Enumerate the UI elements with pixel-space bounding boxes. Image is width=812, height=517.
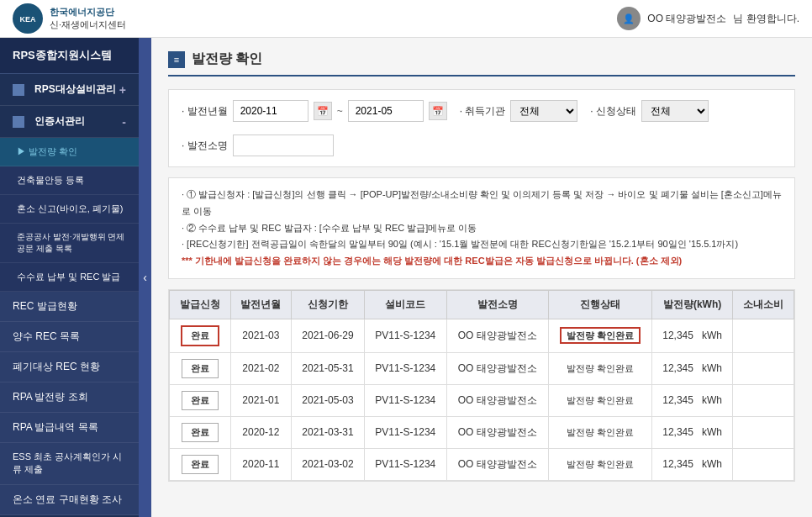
sidebar-item-rec-status[interactable]: REC 발급현황 [0,292,139,322]
cell-amount-0: 12,345 kWh [651,319,732,352]
col-header-apply: 발급신청 [170,290,231,319]
cell-apply-4[interactable]: 완료 [170,448,231,480]
apply-button-2[interactable]: 완료 [182,391,219,410]
cell-amount-1: 12,345 kWh [651,352,732,384]
sidebar-item-susu[interactable]: 수수료 납부 및 REC 발급 [0,263,139,292]
cell-deadline-4: 2021-03-02 [292,448,365,480]
sidebar-item-facility-reg[interactable]: 건축물안등 등록 [0,166,139,195]
cell-internal-3 [733,416,794,448]
calendar-from-btn[interactable]: 📅 [314,102,332,120]
cell-apply-0[interactable]: 완료 [170,319,231,352]
sidebar-label-waste: 폐기대상 REC 현황 [13,360,100,374]
table-row: 완료 2020-11 2021-03-02 PV11-S-1234 OO 태양광… [170,448,794,480]
cell-status-0: 발전량 확인완료 [548,319,651,352]
sidebar-item-ess[interactable]: ESS 최초 공사계획인가 시류 제출 [0,443,139,485]
user-label: OO 태양광발전소 [647,12,726,26]
gen-year-from-input[interactable] [233,100,308,122]
sidebar-item-joint[interactable]: 준공공사 발전·개발행위 면제 공문 제출 목록 [0,224,139,263]
col-header-gen-month: 발전년월 [230,290,292,319]
sidebar-item-report[interactable]: 혼소 신고(바이오, 폐기물) [0,195,139,224]
calendar-to-btn[interactable]: 📅 [429,102,447,120]
status-badge-1: 발전량 확인완료 [567,363,634,373]
notice-1: · ① 발급신청자 : [발급신청]의 선행 클릭 → [POP-UP]발전량/… [182,187,782,220]
plant-input[interactable] [233,135,334,156]
status-group: · 신청상태 전체 [590,100,709,122]
cell-plant-name-0: OO 태양광발전소 [446,319,548,352]
cell-amount-4: 12,345 kWh [651,448,732,480]
sidebar-label-cert: 인증서관리 [34,114,85,129]
cell-equip-code-0: PV11-S-1234 [364,319,446,352]
gen-year-label: · 발전년월 [182,104,228,119]
cell-status-4: 발전량 확인완료 [548,448,651,480]
plant-group: · 발전소명 [182,135,334,156]
cell-internal-0 [733,319,794,352]
cell-internal-1 [733,352,794,384]
cell-apply-3[interactable]: 완료 [170,416,231,448]
sidebar-item-rpa1[interactable]: RPA 발전량 조회 [0,382,139,413]
sidebar-item-cert[interactable]: 인증서관리 - [0,106,139,138]
col-header-amount: 발전량(kWh) [651,290,732,319]
content-area: ≡ 발전량 확인 · 발전년월 📅 ~ 📅 · 취득기관 전체 · 신청상태 [151,38,812,517]
page-title-bar: ≡ 발전량 확인 [168,50,795,76]
cell-deadline-3: 2021-03-31 [292,416,365,448]
cell-gen-month-1: 2021-02 [230,352,292,384]
sidebar-label-facility-reg: 건축물안등 등록 [17,174,84,187]
apply-button-3[interactable]: 완료 [182,423,219,442]
col-header-internal: 소내소비 [733,290,794,319]
sidebar-label-rpa2: RPA 발급내역 목록 [13,420,98,435]
acquire-group: · 취득기관 전체 [460,100,578,122]
cell-deadline-0: 2021-06-29 [292,319,365,352]
apply-button-0[interactable]: 완료 [181,325,219,346]
cell-apply-1[interactable]: 완료 [170,352,231,384]
sidebar: RPS종합지원시스템 RPS대상설비관리 + 인증서관리 - ▶ 발전량 확인 … [0,38,139,517]
col-header-equip-code: 설비코드 [364,290,446,319]
sidebar-label-rps: RPS대상설비관리 [34,82,116,97]
sidebar-label-ess: ESS 최초 공사계획인가 시류 제출 [13,451,126,477]
sidebar-item-rpa2[interactable]: RPA 발급내역 목록 [0,413,139,443]
notice-3: · [REC신청기한] 전력공급일이 속한달의 말일부터 90일 (예시 : '… [182,236,782,253]
data-table: 발급신청 발전년월 신청기한 설비코드 발전소명 진행상태 발전량(kWh) 소… [169,290,794,481]
gen-year-to-input[interactable] [348,100,424,122]
table-row: 완료 2020-12 2021-03-31 PV11-S-1234 OO 태양광… [170,416,794,448]
sidebar-item-gen-check[interactable]: ▶ 발전량 확인 [0,138,139,166]
cell-equip-code-3: PV11-S-1234 [364,416,446,448]
status-badge-4: 발전량 확인완료 [567,459,634,469]
sidebar-icon-cert [13,116,24,128]
col-header-plant-name: 발전소명 [446,290,548,319]
status-badge-0: 발전량 확인완료 [560,327,641,344]
svg-text:KEA: KEA [19,15,36,24]
main-layout: RPS종합지원시스템 RPS대상설비관리 + 인증서관리 - ▶ 발전량 확인 … [0,38,812,517]
apply-button-1[interactable]: 완료 [182,359,219,378]
logo-area: KEA 한국에너지공단 신·재생에너지센터 [13,3,126,34]
cell-gen-month-3: 2020-12 [230,416,292,448]
user-icon: 👤 [617,7,641,30]
expand-icon-cert: - [122,115,126,129]
page-title-icon: ≡ [168,51,185,68]
cell-internal-4 [733,448,794,480]
user-area: 👤 OO 태양광발전소 님 환영합니다. [617,7,799,30]
data-table-container: 발급신청 발전년월 신청기한 설비코드 발전소명 진행상태 발전량(kWh) 소… [168,289,795,482]
status-select[interactable]: 전체 [641,100,709,122]
sidebar-label-joint: 준공공사 발전·개발행위 면제 공문 제출 목록 [17,231,126,255]
expand-icon-rps: + [119,83,126,97]
col-header-status: 진행상태 [548,290,651,319]
welcome-text: 님 환영합니다. [733,12,799,26]
sidebar-item-rec-list[interactable]: 양수 REC 목록 [0,322,139,352]
status-label: · 신청상태 [590,104,636,119]
sidebar-label-rec-list: 양수 REC 목록 [13,330,80,344]
acquire-select[interactable]: 전체 [510,100,577,122]
sidebar-item-waste[interactable]: 폐기대상 REC 현황 [0,352,139,382]
acquire-label: · 취득기관 [460,104,506,119]
sidebar-item-consult[interactable]: 온소 연료 구매현황 조사 [0,485,139,515]
search-form: · 발전년월 📅 ~ 📅 · 취득기관 전체 · 신청상태 전체 · [168,89,795,167]
table-row: 완료 2021-03 2021-06-29 PV11-S-1234 OO 태양광… [170,319,794,352]
sidebar-item-rps[interactable]: RPS대상설비관리 + [0,74,139,106]
apply-button-4[interactable]: 완료 [182,455,219,474]
sidebar-toggle[interactable]: ‹ [139,38,151,517]
cell-deadline-2: 2021-05-03 [292,384,365,416]
sidebar-label-susu: 수수료 납부 및 REC 발급 [17,271,120,283]
cell-apply-2[interactable]: 완료 [170,384,231,416]
col-header-deadline: 신청기한 [292,290,365,319]
cell-plant-name-4: OO 태양광발전소 [446,448,548,480]
notice-box: · ① 발급신청자 : [발급신청]의 선행 클릭 → [POP-UP]발전량/… [168,177,795,279]
